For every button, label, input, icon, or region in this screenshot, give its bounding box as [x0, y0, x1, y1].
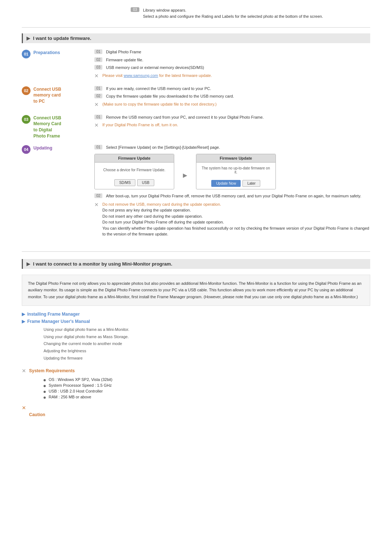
system-req-list: OS : Windows XP SP2, Vista (32bit) Syste…: [22, 377, 370, 399]
connect-note-text: (Make sure to copy the firmware update f…: [102, 101, 217, 107]
usb-button[interactable]: USB: [137, 179, 154, 186]
connect-text-01: If you are ready, connect the USB memory…: [106, 86, 211, 92]
step-updating-label: Updating: [33, 145, 52, 151]
frame-manager-list: Using your digital photo frame as a Mini…: [22, 326, 370, 362]
firmware-dialog-container: Firmware Update Choose a device for Firm…: [94, 154, 370, 189]
frame-manager-label: Frame Manager User's Manual: [27, 319, 90, 324]
arrow-right-icon: ►: [181, 154, 189, 189]
update-item-01: 01 Select [Firmware Update] on the [Sett…: [94, 144, 370, 151]
top-line-1: Library window appears.: [143, 7, 323, 13]
dpf-text-01: Remove the USB memory card from your PC,…: [106, 114, 264, 120]
step-connect-usb-pc-left: 02 Connect USBmemory cardto PC: [22, 86, 94, 109]
mini-monitor-section: The Digital Photo Frame not only allows …: [22, 275, 370, 417]
sys-req-text-4: RAM : 256 MB or above: [49, 395, 91, 399]
connect-note-01: ✕ (Make sure to copy the firmware update…: [94, 101, 370, 107]
step-connect-usb-pc-content: 01 If you are ready, connect the USB mem…: [94, 86, 370, 109]
top-entry-03: 03 Library window appears. Select a phot…: [22, 7, 370, 19]
installing-label: Installing Frame Manager: [27, 312, 80, 317]
frame-manager-icon: ▶: [22, 319, 25, 324]
firmware-dialog-left-title: Firmware Update: [95, 154, 174, 163]
connect-badge-02: 02: [94, 94, 102, 98]
system-req-icon: ✕: [22, 368, 26, 374]
firmware-header-text: I want to update firmware.: [33, 36, 91, 41]
note-line-3: Do not insert any other card during the …: [102, 213, 370, 219]
sdms-button[interactable]: SD/MS: [114, 179, 135, 186]
installing-icon: ▶: [22, 312, 25, 317]
note-line-5: You can identify whether the update oper…: [102, 225, 370, 237]
dpf-item-01: 01 Remove the USB memory card from your …: [94, 114, 370, 120]
sys-req-item-3: USB : USB 2.0 Host Controller: [44, 389, 370, 393]
later-button[interactable]: Later: [242, 180, 260, 187]
prep-item-01: 01 Digital Photo Frame: [94, 49, 370, 55]
bullet-dot-3: [44, 391, 46, 393]
update-item-02: 02 After boot-up, turn your Digital Phot…: [94, 193, 370, 199]
prep-item-03: 03 USB memory card or external memory de…: [94, 65, 370, 71]
update-notes-icon: ✕: [94, 202, 99, 208]
bullet-dot-1: [44, 379, 46, 381]
firmware-header-icon: ▶: [26, 36, 30, 41]
system-req-label: System Requirements: [29, 368, 75, 373]
manual-item-5: Updating the firmware: [44, 355, 370, 362]
sys-req-text-2: System Processor Speed : 1.5 GHz: [49, 383, 112, 387]
prep-badge-02: 02: [94, 57, 102, 62]
top-section: 03 Library window appears. Select a phot…: [22, 7, 370, 28]
mini-monitor-description: The Digital Photo Frame not only allows …: [22, 275, 370, 306]
step-updating-content: 01 Select [Firmware Update] on the [Sett…: [94, 144, 370, 239]
note-line-4: Do not turn your Digital Photo Frame off…: [102, 219, 370, 225]
mini-monitor-header-text: I want to connect to a monitor by using …: [33, 261, 172, 267]
step-preparations-left: 01 Preparations: [22, 49, 94, 81]
sys-req-text-1: OS : Windows XP SP2, Vista (32bit): [49, 377, 113, 382]
prep-text-03: USB memory card or external memory devic…: [106, 65, 204, 71]
update-notes-content: Do not remove the USB, memory card durin…: [102, 201, 370, 237]
sys-req-text-3: USB : USB 2.0 Host Controller: [49, 389, 103, 393]
manual-item-2: Using your digital photo frame as Mass S…: [44, 333, 370, 341]
step-preparations-content: 01 Digital Photo Frame 02 Firmware updat…: [94, 49, 370, 81]
step-preparations-label: Preparations: [33, 50, 60, 56]
update-notes: ✕ Do not remove the USB, memory card dur…: [94, 201, 370, 237]
firmware-section-header: ▶ I want to update firmware.: [22, 33, 370, 43]
caution-label: Caution: [22, 412, 370, 417]
prep-note-icon: ✕: [94, 73, 99, 79]
firmware-dialog-left-body: Choose a device for Firmware Update.: [95, 163, 174, 177]
firmware-section: 01 Preparations 01 Digital Photo Frame 0…: [22, 49, 370, 252]
dpf-note-01: ✕ If your Digital Photo Frame is off, tu…: [94, 122, 370, 128]
connect-note-icon: ✕: [94, 102, 99, 107]
connect-text-02: Copy the firmware update file you downlo…: [106, 93, 234, 99]
prep-note-01: ✕ Please visit www.samsung.com for the l…: [94, 73, 370, 79]
badge-01: 01: [22, 50, 30, 58]
caution-section: ✕ Caution: [22, 405, 370, 417]
step-preparations: 01 Preparations 01 Digital Photo Frame 0…: [22, 49, 370, 81]
sys-req-item-4: RAM : 256 MB or above: [44, 395, 370, 399]
dpf-note-text: If your Digital Photo Frame is off, turn…: [102, 122, 178, 128]
caution-x-icon: ✕: [22, 405, 370, 411]
dpf-badge-01: 01: [94, 115, 102, 119]
frame-manager-manual-header: ▶ Frame Manager User's Manual: [22, 319, 370, 324]
step-updating-left: 04 Updating: [22, 144, 94, 239]
prep-item-02: 02 Firmware update file.: [94, 57, 370, 63]
firmware-dialog-right-buttons: Update Now Later: [196, 178, 275, 189]
prep-text-02: Firmware update file.: [106, 57, 143, 63]
manual-item-3: Changing the current mode to another mod…: [44, 340, 370, 348]
dpf-note-icon: ✕: [94, 122, 99, 128]
step-connect-usb-dpf: 03 Connect USBMemory Cardto DigitalPhoto…: [22, 114, 370, 139]
top-badge-03: 03: [131, 7, 139, 12]
update-badge-01: 01: [94, 145, 102, 149]
connect-badge-01: 01: [94, 86, 102, 91]
connect-item-01: 01 If you are ready, connect the USB mem…: [94, 86, 370, 92]
step-connect-usb-dpf-label: Connect USBMemory Cardto DigitalPhoto Fr…: [33, 115, 61, 139]
step-connect-usb-dpf-left: 03 Connect USBMemory Cardto DigitalPhoto…: [22, 114, 94, 139]
mini-monitor-section-header: ▶ I want to connect to a monitor by usin…: [22, 259, 370, 269]
step-connect-usb-pc: 02 Connect USBmemory cardto PC 01 If you…: [22, 86, 370, 109]
firmware-dialog-right-title: Firmware Update: [196, 154, 275, 163]
sys-req-item-2: System Processor Speed : 1.5 GHz: [44, 383, 370, 387]
prep-badge-03: 03: [94, 65, 102, 70]
prep-note-text: Please visit www.samsung.com for the lat…: [102, 73, 212, 79]
samsung-link[interactable]: www.samsung.com: [124, 73, 158, 78]
installing-frame-manager-header: ▶ Installing Frame Manager: [22, 312, 370, 317]
note-line-1: Do not remove the USB, memory card durin…: [102, 201, 370, 208]
badge-02: 02: [22, 86, 30, 95]
manual-item-1: Using your digital photo frame as a Mini…: [44, 326, 370, 333]
firmware-dialog-left: Firmware Update Choose a device for Firm…: [94, 154, 174, 189]
connect-item-02: 02 Copy the firmware update file you dow…: [94, 93, 370, 99]
update-now-button[interactable]: Update Now: [211, 180, 241, 187]
